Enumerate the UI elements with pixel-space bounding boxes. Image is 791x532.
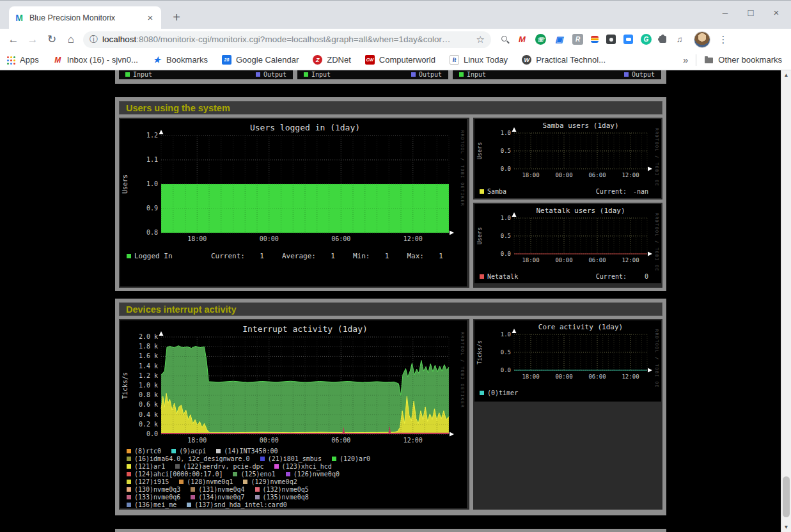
- svg-text:Users: Users: [476, 227, 483, 244]
- svg-text:1.0: 1.0: [501, 130, 511, 136]
- bookmarks-overflow-icon[interactable]: »: [683, 54, 688, 65]
- svg-text:1.0: 1.0: [146, 180, 158, 187]
- home-icon[interactable]: ⌂: [61, 33, 81, 46]
- legend-swatch: [191, 487, 195, 492]
- bookmark-label: Apps: [20, 55, 39, 65]
- svg-text:06:00: 06:00: [331, 235, 350, 242]
- linuxtoday-icon: lt: [450, 55, 459, 65]
- minimize-button[interactable]: –: [719, 7, 731, 18]
- svg-text:0.0: 0.0: [146, 430, 158, 437]
- svg-text:1.0: 1.0: [501, 331, 511, 338]
- new-tab-button[interactable]: +: [168, 9, 185, 27]
- interrupt-activity-graph[interactable]: 0.00.2 k0.4 k0.6 k0.8 k1.0 k1.2 k1.4 k1.…: [120, 320, 467, 508]
- legend-swatch: [127, 457, 131, 461]
- voice-icon[interactable]: ☏: [535, 34, 546, 45]
- core-activity-cell: 0.00.51.018:0000:0006:0012:00Core activi…: [473, 319, 662, 510]
- books-icon[interactable]: [591, 36, 599, 43]
- tab-blue-precision-monitorix[interactable]: M Blue Precision Monitorix ×: [9, 6, 161, 29]
- scroll-down-icon[interactable]: ▼: [781, 522, 791, 532]
- legend-item: (9)acpi: [171, 447, 206, 455]
- legend-item: (120)ar0: [332, 455, 370, 462]
- netatalk-users-graph[interactable]: 0.00.51.018:0000:0006:0012:00Netatalk us…: [474, 204, 661, 283]
- password-icon[interactable]: [606, 35, 616, 44]
- svg-text:1.2 k: 1.2 k: [139, 372, 158, 379]
- svg-text:0.0: 0.0: [501, 251, 511, 257]
- zoom-icon[interactable]: [623, 35, 633, 44]
- legend-item: (14)INT3450:00: [216, 447, 278, 455]
- scroll-up-icon[interactable]: ▲: [781, 70, 791, 80]
- svg-text:M: M: [15, 13, 23, 23]
- svg-text:12:00: 12:00: [403, 235, 423, 242]
- reload-icon[interactable]: ↻: [42, 33, 61, 46]
- devices-section-header: Devices interrupt activity: [119, 302, 662, 316]
- bookmark-star-icon[interactable]: ☆: [476, 34, 485, 45]
- interrupt_activity-chart: 0.00.2 k0.4 k0.6 k0.8 k1.0 k1.2 k1.4 k1.…: [120, 320, 467, 446]
- legend-item: (132)nvme0q5: [255, 485, 309, 493]
- tab-title: Blue Precision Monitorix: [29, 13, 139, 22]
- bookmarks-right: » Other bookmarks: [683, 54, 785, 66]
- svg-text:18:00: 18:00: [522, 172, 539, 178]
- bookmark-apps[interactable]: Apps: [6, 55, 39, 65]
- bookmark-google-calendar[interactable]: 28Google Calendar: [222, 55, 299, 65]
- legend-swatch: [179, 480, 184, 484]
- extensions-puzzle-icon[interactable]: [659, 36, 666, 43]
- bookmark-label: Linux Today: [464, 55, 508, 65]
- netatalk_users-chart: 0.00.51.018:0000:0006:0012:00Netatalk us…: [474, 204, 661, 270]
- bookmark-computerworld[interactable]: CWComputerworld: [365, 55, 435, 65]
- users-logged-in-graph[interactable]: 0.80.91.01.11.218:0000:0006:0012:00Users…: [120, 119, 467, 286]
- grammarly-icon[interactable]: G: [641, 34, 652, 45]
- close-button[interactable]: ×: [771, 7, 782, 18]
- svg-text:1.2: 1.2: [146, 132, 158, 139]
- address-bar[interactable]: ⓘ localhost:8080/monitorix-cgi/monitorix…: [83, 31, 491, 48]
- bookmark-inbox[interactable]: MInbox (16) - sjvn0...: [53, 55, 138, 65]
- find-icon[interactable]: [501, 36, 509, 43]
- legend-item: (134)nvme0q7: [191, 493, 244, 501]
- star-icon: ★: [152, 55, 162, 65]
- svg-text:RRDTOOL / TOBI OETIKER: RRDTOOL / TOBI OETIKER: [460, 130, 465, 207]
- core-activity-graph[interactable]: 0.00.51.018:0000:0006:0012:00Core activi…: [474, 320, 661, 402]
- legend-swatch: [260, 457, 265, 461]
- svg-text:RRDTOOL / TOBI OETIKER: RRDTOOL / TOBI OETIKER: [460, 332, 465, 408]
- bookmark-bookmarks[interactable]: ★Bookmarks: [152, 55, 208, 65]
- cutoff-graphs-row: Input Output Input Output Input Output: [115, 70, 666, 84]
- maximize-button[interactable]: □: [745, 7, 756, 18]
- copy-pages-icon[interactable]: ▣: [554, 34, 565, 45]
- legend-item: (136)mei_me: [127, 501, 176, 508]
- other-bookmarks-button[interactable]: Other bookmarks: [704, 55, 782, 65]
- url-text[interactable]: localhost:8080/monitorix-cgi/monitorix.c…: [102, 35, 471, 44]
- svg-text:06:00: 06:00: [588, 172, 606, 178]
- svg-text:1.8 k: 1.8 k: [139, 343, 158, 350]
- next-section-edge: [115, 529, 666, 532]
- bookmark-practical-technology[interactable]: WPractical Technol...: [522, 55, 606, 65]
- scrollbar-thumb[interactable]: [783, 476, 790, 517]
- forward-icon[interactable]: →: [23, 33, 42, 46]
- svg-text:0.0: 0.0: [501, 367, 511, 373]
- svg-text:0.9: 0.9: [146, 205, 158, 212]
- bookmark-label: ZDNet: [327, 55, 351, 65]
- svg-text:12:00: 12:00: [622, 172, 639, 178]
- bookmark-zdnet[interactable]: ZZDNet: [313, 55, 351, 65]
- bookmark-label: Computerworld: [379, 55, 435, 65]
- bookmarks-list: AppsMInbox (16) - sjvn0...★Bookmarks28Go…: [6, 55, 620, 65]
- page-content: Input Output Input Output Input Output U…: [0, 70, 791, 532]
- cutoff-graph-panel: Input Output: [297, 70, 448, 79]
- gmail-icon[interactable]: M: [517, 34, 528, 45]
- input-swatch: [459, 72, 464, 77]
- bookmarks-bar: AppsMInbox (16) - sjvn0...★Bookmarks28Go…: [0, 50, 791, 70]
- r-extension-icon[interactable]: R: [572, 34, 583, 45]
- playlist-icon[interactable]: ♫: [674, 34, 685, 45]
- back-icon[interactable]: ←: [4, 33, 23, 46]
- legend-swatch: [187, 503, 191, 507]
- page-scrollbar[interactable]: ▲ ▼: [781, 70, 791, 532]
- svg-text:0.6 k: 0.6 k: [139, 401, 158, 408]
- page-info-icon[interactable]: ⓘ: [90, 34, 98, 45]
- chrome-menu-icon[interactable]: ⋮: [718, 34, 728, 45]
- netatalk-users-cell: 0.00.51.018:0000:0006:0012:00Netatalk us…: [473, 203, 662, 288]
- legend-item: (121)ar1: [127, 462, 165, 470]
- tab-close-icon[interactable]: ×: [145, 12, 156, 24]
- svg-text:00:00: 00:00: [260, 437, 279, 444]
- profile-avatar[interactable]: [694, 31, 710, 48]
- samba-users-graph[interactable]: 0.00.51.018:0000:0006:0012:00Samba users…: [474, 119, 661, 198]
- bookmark-linux-today[interactable]: ltLinux Today: [450, 55, 508, 65]
- netatalk-graph-legend: Netatalk Current:0: [480, 273, 657, 280]
